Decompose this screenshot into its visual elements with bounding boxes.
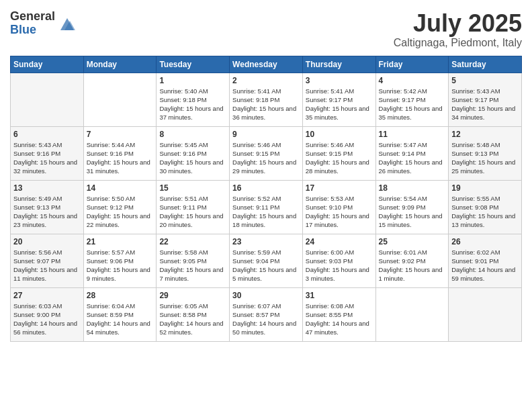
day-info: Sunrise: 6:03 AM Sunset: 9:00 PM Dayligh… [13, 302, 81, 337]
calendar-week-row: 1Sunrise: 5:40 AM Sunset: 9:18 PM Daylig… [11, 73, 522, 126]
day-info: Sunrise: 5:57 AM Sunset: 9:06 PM Dayligh… [87, 248, 154, 283]
day-info: Sunrise: 5:56 AM Sunset: 9:07 PM Dayligh… [13, 248, 81, 283]
day-number: 5 [451, 76, 519, 85]
calendar-cell: 3Sunrise: 5:41 AM Sunset: 9:17 PM Daylig… [302, 73, 375, 126]
location-subtitle: Caltignaga, Piedmont, Italy [394, 37, 522, 49]
day-number: 17 [306, 183, 373, 193]
calendar-cell: 11Sunrise: 5:47 AM Sunset: 9:14 PM Dayli… [375, 126, 449, 180]
day-number: 31 [306, 291, 373, 300]
calendar-week-row: 13Sunrise: 5:49 AM Sunset: 9:13 PM Dayli… [11, 180, 522, 234]
calendar-cell: 4Sunrise: 5:42 AM Sunset: 9:17 PM Daylig… [375, 73, 449, 126]
calendar-cell: 9Sunrise: 5:46 AM Sunset: 9:15 PM Daylig… [230, 126, 303, 180]
calendar-cell: 13Sunrise: 5:49 AM Sunset: 9:13 PM Dayli… [11, 180, 84, 234]
logo-general-text: General [10, 10, 55, 24]
day-info: Sunrise: 5:41 AM Sunset: 9:17 PM Dayligh… [306, 87, 373, 122]
weekday-header: Friday [375, 56, 449, 73]
day-info: Sunrise: 6:04 AM Sunset: 8:59 PM Dayligh… [87, 302, 154, 337]
logo: General Blue [10, 10, 77, 37]
day-number: 11 [379, 130, 446, 139]
weekday-header: Monday [83, 56, 157, 73]
calendar-header-row: SundayMondayTuesdayWednesdayThursdayFrid… [11, 56, 522, 73]
weekday-header: Saturday [449, 56, 522, 73]
calendar-cell [83, 73, 157, 126]
calendar-cell: 28Sunrise: 6:04 AM Sunset: 8:59 PM Dayli… [83, 287, 157, 341]
calendar-week-row: 6Sunrise: 5:43 AM Sunset: 9:16 PM Daylig… [11, 126, 522, 180]
day-info: Sunrise: 5:48 AM Sunset: 9:13 PM Dayligh… [451, 140, 519, 176]
calendar-cell: 2Sunrise: 5:41 AM Sunset: 9:18 PM Daylig… [230, 73, 303, 126]
calendar-cell: 18Sunrise: 5:54 AM Sunset: 9:09 PM Dayli… [375, 180, 449, 234]
day-info: Sunrise: 5:44 AM Sunset: 9:16 PM Dayligh… [87, 140, 154, 176]
day-number: 6 [13, 130, 81, 139]
calendar-week-row: 27Sunrise: 6:03 AM Sunset: 9:00 PM Dayli… [11, 287, 522, 341]
calendar-cell [11, 73, 84, 126]
calendar-table: SundayMondayTuesdayWednesdayThursdayFrid… [10, 56, 522, 342]
calendar-cell: 8Sunrise: 5:45 AM Sunset: 9:16 PM Daylig… [157, 126, 230, 180]
calendar-cell: 5Sunrise: 5:43 AM Sunset: 9:17 PM Daylig… [449, 73, 522, 126]
day-number: 29 [159, 291, 226, 300]
calendar-cell: 24Sunrise: 6:00 AM Sunset: 9:03 PM Dayli… [302, 234, 375, 287]
day-number: 23 [232, 237, 300, 246]
calendar-cell: 21Sunrise: 5:57 AM Sunset: 9:06 PM Dayli… [83, 234, 157, 287]
day-number: 25 [379, 237, 446, 246]
day-number: 30 [232, 291, 300, 300]
weekday-header: Thursday [302, 56, 375, 73]
calendar-cell [449, 287, 522, 341]
calendar-cell: 29Sunrise: 6:05 AM Sunset: 8:58 PM Dayli… [157, 287, 230, 341]
calendar-cell: 19Sunrise: 5:55 AM Sunset: 9:08 PM Dayli… [449, 180, 522, 234]
day-number: 10 [306, 130, 373, 139]
day-info: Sunrise: 5:51 AM Sunset: 9:11 PM Dayligh… [159, 194, 226, 230]
calendar-cell: 7Sunrise: 5:44 AM Sunset: 9:16 PM Daylig… [83, 126, 157, 180]
day-number: 8 [159, 130, 226, 139]
calendar-cell: 27Sunrise: 6:03 AM Sunset: 9:00 PM Dayli… [11, 287, 84, 341]
day-number: 1 [159, 76, 226, 85]
page-header: General Blue July 2025 Caltignaga, Piedm… [10, 10, 522, 49]
calendar-week-row: 20Sunrise: 5:56 AM Sunset: 9:07 PM Dayli… [11, 234, 522, 287]
day-info: Sunrise: 5:43 AM Sunset: 9:17 PM Dayligh… [451, 87, 519, 122]
day-number: 26 [451, 237, 519, 246]
day-number: 27 [13, 291, 81, 300]
day-info: Sunrise: 5:41 AM Sunset: 9:18 PM Dayligh… [232, 87, 300, 122]
day-info: Sunrise: 5:59 AM Sunset: 9:04 PM Dayligh… [232, 248, 300, 283]
weekday-header: Tuesday [157, 56, 230, 73]
weekday-header: Wednesday [230, 56, 303, 73]
day-info: Sunrise: 5:43 AM Sunset: 9:16 PM Dayligh… [13, 140, 81, 176]
day-number: 15 [159, 183, 226, 193]
day-number: 3 [306, 76, 373, 85]
day-info: Sunrise: 6:08 AM Sunset: 8:55 PM Dayligh… [306, 302, 373, 337]
weekday-header: Sunday [11, 56, 84, 73]
day-number: 16 [232, 183, 300, 193]
calendar-cell: 25Sunrise: 6:01 AM Sunset: 9:02 PM Dayli… [375, 234, 449, 287]
day-info: Sunrise: 5:42 AM Sunset: 9:17 PM Dayligh… [379, 87, 446, 122]
day-info: Sunrise: 5:55 AM Sunset: 9:08 PM Dayligh… [451, 194, 519, 230]
calendar-cell: 10Sunrise: 5:46 AM Sunset: 9:15 PM Dayli… [302, 126, 375, 180]
calendar-body: 1Sunrise: 5:40 AM Sunset: 9:18 PM Daylig… [11, 73, 522, 341]
day-number: 19 [451, 183, 519, 193]
day-info: Sunrise: 6:00 AM Sunset: 9:03 PM Dayligh… [306, 248, 373, 283]
day-info: Sunrise: 5:46 AM Sunset: 9:15 PM Dayligh… [306, 140, 373, 176]
day-number: 2 [232, 76, 300, 85]
title-block: July 2025 Caltignaga, Piedmont, Italy [394, 10, 522, 49]
calendar-cell: 17Sunrise: 5:53 AM Sunset: 9:10 PM Dayli… [302, 180, 375, 234]
calendar-cell [375, 287, 449, 341]
day-info: Sunrise: 6:02 AM Sunset: 9:01 PM Dayligh… [451, 248, 519, 283]
calendar-cell: 16Sunrise: 5:52 AM Sunset: 9:11 PM Dayli… [230, 180, 303, 234]
day-info: Sunrise: 6:05 AM Sunset: 8:58 PM Dayligh… [159, 302, 226, 337]
day-number: 20 [13, 237, 81, 246]
day-number: 13 [13, 183, 81, 193]
day-number: 28 [87, 291, 154, 300]
logo-blue-text: Blue [10, 24, 55, 37]
calendar-cell: 1Sunrise: 5:40 AM Sunset: 9:18 PM Daylig… [157, 73, 230, 126]
day-info: Sunrise: 5:45 AM Sunset: 9:16 PM Dayligh… [159, 140, 226, 176]
day-info: Sunrise: 6:07 AM Sunset: 8:57 PM Dayligh… [232, 302, 300, 337]
day-number: 4 [379, 76, 446, 85]
day-info: Sunrise: 5:46 AM Sunset: 9:15 PM Dayligh… [232, 140, 300, 176]
day-number: 22 [159, 237, 226, 246]
calendar-cell: 12Sunrise: 5:48 AM Sunset: 9:13 PM Dayli… [449, 126, 522, 180]
day-number: 24 [306, 237, 373, 246]
day-info: Sunrise: 5:53 AM Sunset: 9:10 PM Dayligh… [306, 194, 373, 230]
calendar-cell: 23Sunrise: 5:59 AM Sunset: 9:04 PM Dayli… [230, 234, 303, 287]
calendar-cell: 15Sunrise: 5:51 AM Sunset: 9:11 PM Dayli… [157, 180, 230, 234]
day-number: 21 [87, 237, 154, 246]
calendar-cell: 26Sunrise: 6:02 AM Sunset: 9:01 PM Dayli… [449, 234, 522, 287]
day-info: Sunrise: 5:58 AM Sunset: 9:05 PM Dayligh… [159, 248, 226, 283]
